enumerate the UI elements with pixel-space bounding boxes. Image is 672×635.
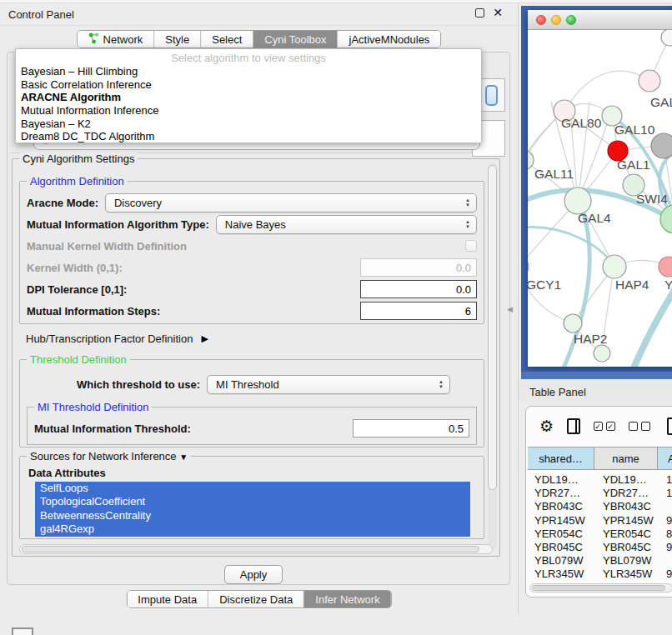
close-panel-icon[interactable]: ✕ <box>493 8 503 18</box>
table-row[interactable]: YBL079WYBL079W <box>528 554 672 568</box>
column-header-third[interactable]: A <box>658 448 672 469</box>
hub-transcription-factor-section[interactable]: Hub/Transcription Factor Definition ▶ <box>26 332 208 345</box>
collapsed-arrow-icon[interactable]: ▶ <box>201 333 208 344</box>
table-row[interactable]: YBR043CYBR043C <box>528 500 672 513</box>
cyni-bottom-tab-bar: Impute DataDiscretize DataInfer Network <box>126 590 391 608</box>
algorithm-option[interactable]: Mutual Information Inference <box>16 104 481 118</box>
manual-kernel-width-label: Manual Kernel Width Definition <box>27 240 187 252</box>
which-threshold-label: Which threshold to use: <box>77 378 200 391</box>
algorithm-dropdown-popup: Select algorithm to view settings Bayesi… <box>15 48 482 143</box>
table-row[interactable]: YIL052CYIL052C9 <box>528 582 672 582</box>
mi-algorithm-type-value: Naive Bayes <box>225 218 286 231</box>
table-cell: YDR27… <box>528 487 594 500</box>
table-cell: 9. <box>658 541 672 554</box>
algorithm-option[interactable]: Bayesian – Hill Climbing <box>16 65 481 78</box>
tab-discretize-data[interactable]: Discretize Data <box>208 591 303 608</box>
settings-scrollbar[interactable] <box>488 163 497 549</box>
table-cell: YDL19… <box>528 473 594 487</box>
minimize-window-icon[interactable] <box>551 15 561 25</box>
node-label: GCY1 <box>528 278 561 292</box>
attribute-item[interactable]: TopologicalCoefficient <box>35 495 470 508</box>
close-window-icon[interactable] <box>536 15 546 25</box>
table-horizontal-scrollbar[interactable] <box>529 583 672 592</box>
table-row[interactable]: YPR145WYPR145W9. <box>528 514 672 528</box>
tab-jactivemnodules[interactable]: jActiveMNodules <box>338 31 441 48</box>
settings-group-title: Cyni Algorithm Settings <box>19 152 138 165</box>
document-icon[interactable] <box>667 418 672 435</box>
mi-steps-input[interactable] <box>360 302 477 320</box>
network-node[interactable] <box>603 255 626 278</box>
network-node[interactable] <box>564 314 582 332</box>
network-node[interactable] <box>660 205 672 233</box>
zoom-window-icon[interactable] <box>566 15 576 25</box>
network-node[interactable] <box>659 257 672 277</box>
splitter-collapse-icon[interactable]: ◀ <box>507 305 513 313</box>
gear-icon[interactable]: ⚙ <box>539 418 554 434</box>
table-cell: YLR345W <box>594 568 658 581</box>
network-icon <box>88 32 99 47</box>
tab-cyni-toolbox[interactable]: Cyni Toolbox <box>253 31 337 48</box>
table-cell: 9. <box>658 514 672 528</box>
sources-title-text: Sources for Network Inference <box>30 450 177 462</box>
table-header-row: shared… name A <box>528 447 672 470</box>
table-row[interactable]: YER054CYER054C8. <box>528 528 672 541</box>
column-header-shared[interactable]: shared… <box>528 448 594 469</box>
table-cell <box>658 554 672 568</box>
table-panel: ⚙ ✓✓ shared… name A YDL19…YDL19…13YDR27…… <box>525 406 672 598</box>
node-label: HAP4 <box>615 278 649 292</box>
table-cell: YER054C <box>594 528 658 541</box>
split-columns-icon[interactable] <box>567 418 579 434</box>
tab-network[interactable]: Network <box>78 31 154 48</box>
algorithm-option[interactable]: Basic Correlation Inference <box>16 78 481 92</box>
sources-title[interactable]: Sources for Network Inference ▼ <box>27 450 191 462</box>
stepper-arrows-icon: ▲▼ <box>465 219 470 229</box>
mi-threshold-label: Mutual Information Threshold: <box>34 422 191 435</box>
kernel-width-input[interactable] <box>360 258 477 277</box>
apply-button[interactable]: Apply <box>224 565 283 584</box>
tab-label: Discretize Data <box>219 593 293 606</box>
attribute-item[interactable]: BetweennessCentrality <box>35 509 470 522</box>
table-row[interactable]: YDL19…YDL19…13 <box>528 473 672 487</box>
network-canvas[interactable]: GALGAL80GAL10GAL1GAL11SWI4GAL4GCY1HAP4YH… <box>528 30 672 367</box>
tab-infer-network[interactable]: Infer Network <box>303 591 390 608</box>
tab-select[interactable]: Select <box>200 31 253 48</box>
dpi-tolerance-input[interactable] <box>360 280 477 298</box>
which-threshold-combo[interactable]: MI Threshold ▲▼ <box>207 375 450 394</box>
bottom-left-widget[interactable] <box>12 628 33 635</box>
algorithm-option[interactable]: Bayesian – K2 <box>16 118 481 131</box>
table-row[interactable]: YDR27…YDR27…12 <box>528 487 672 500</box>
scrollbar-thumb[interactable] <box>488 165 497 490</box>
expanded-arrow-icon[interactable]: ▼ <box>179 452 188 462</box>
tab-impute-data[interactable]: Impute Data <box>127 591 208 608</box>
combo-arrow-button[interactable] <box>485 85 498 106</box>
aracne-mode-combo[interactable]: Discovery ▲▼ <box>105 193 477 212</box>
network-node[interactable] <box>639 70 660 92</box>
data-attributes-list[interactable]: SelfLoopsTopologicalCoefficientBetweenne… <box>35 482 470 537</box>
network-node[interactable] <box>528 257 529 277</box>
checked-columns-icon[interactable]: ✓✓ <box>594 422 615 431</box>
table-cell: YBR045C <box>594 541 658 554</box>
attribute-item[interactable]: SelfLoops <box>35 482 470 495</box>
scrollbar-thumb[interactable] <box>22 546 479 552</box>
settings-horizontal-scrollbar[interactable] <box>19 544 493 554</box>
unchecked-columns-icon[interactable] <box>629 422 650 431</box>
algorithm-option[interactable]: ARACNE Algorithm <box>16 91 481 104</box>
network-node[interactable] <box>594 345 610 362</box>
mi-algorithm-type-combo[interactable]: Naive Bayes ▲▼ <box>216 215 477 234</box>
attribute-item[interactable]: gal4RGexp <box>35 522 470 536</box>
table-cell: YBR043C <box>594 500 658 513</box>
mi-threshold-input[interactable] <box>353 419 469 438</box>
table-row[interactable]: YLR345WYLR345W9. <box>528 568 672 581</box>
tab-style[interactable]: Style <box>153 31 200 48</box>
table-toolbar: ⚙ ✓✓ <box>526 407 672 445</box>
float-panel-icon[interactable] <box>475 8 484 18</box>
algorithm-option[interactable]: Dream8 DC_TDC Algorithm <box>16 130 481 143</box>
table-cell: 13 <box>658 473 672 487</box>
table-cell: YER054C <box>528 528 594 541</box>
table-row[interactable]: YBR045CYBR045C9. <box>528 541 672 554</box>
network-node[interactable] <box>651 133 672 158</box>
column-header-name[interactable]: name <box>594 448 658 469</box>
scrollbar-thumb[interactable] <box>532 585 665 591</box>
network-node[interactable] <box>661 30 672 46</box>
manual-kernel-width-checkbox[interactable] <box>465 240 477 252</box>
